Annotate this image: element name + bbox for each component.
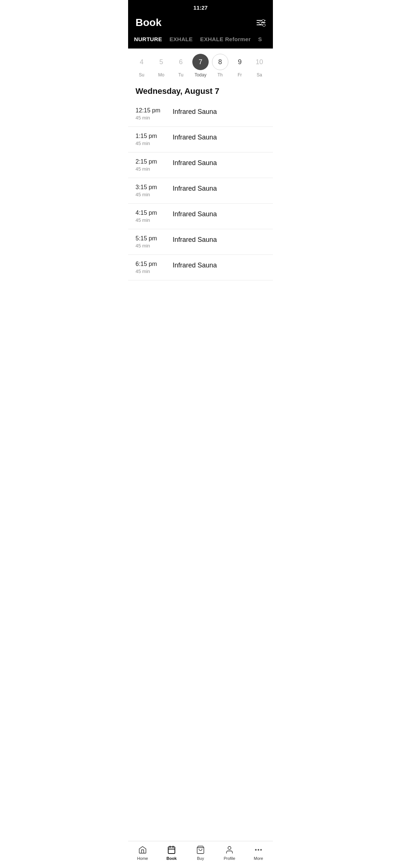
date-num-7: 7 [192,54,209,70]
date-num-5: 5 [153,54,169,70]
date-item-7[interactable]: 7 Today [192,54,209,78]
class-515: Infrared Sauna [173,235,217,244]
time-515: 5:15 pm [136,235,173,242]
schedule-list: 12:15 pm 45 min Infrared Sauna 1:15 pm 4… [128,101,273,280]
class-115: Infrared Sauna [173,133,217,141]
schedule-item-1215[interactable]: 12:15 pm 45 min Infrared Sauna [128,101,273,127]
date-picker: 4 Su 5 Mo 6 Tu 7 Today 8 Th 9 Fr 10 Sa [128,49,273,83]
status-bar: 11:27 [128,0,273,13]
date-item-4[interactable]: 4 Su [133,54,150,78]
date-day-7: Today [195,72,206,78]
date-item-9[interactable]: 9 Fr [232,54,248,78]
date-day-8: Th [218,72,223,78]
category-tab-studio[interactable]: S [258,34,262,44]
schedule-time-615: 6:15 pm 45 min [136,261,173,274]
schedule-item-415[interactable]: 4:15 pm 45 min Infrared Sauna [128,204,273,229]
class-315: Infrared Sauna [173,184,217,193]
schedule-item-215[interactable]: 2:15 pm 45 min Infrared Sauna [128,152,273,178]
bottom-spacer [128,280,273,314]
category-tab-exhale[interactable]: EXHALE [169,34,193,44]
header: Book [128,13,273,34]
date-day-9: Fr [238,72,242,78]
date-item-5[interactable]: 5 Mo [153,54,169,78]
category-tab-nurture[interactable]: NURTURE [134,34,162,44]
date-num-8: 8 [212,54,228,70]
date-num-6: 6 [173,54,189,70]
schedule-time-415: 4:15 pm 45 min [136,210,173,223]
schedule-item-115[interactable]: 1:15 pm 45 min Infrared Sauna [128,127,273,152]
filter-line-3 [257,24,265,25]
filter-line-1 [257,20,265,21]
time-415: 4:15 pm [136,210,173,216]
date-num-9: 9 [232,54,248,70]
filter-button[interactable] [257,20,265,25]
time-115: 1:15 pm [136,133,173,139]
class-415: Infrared Sauna [173,210,217,218]
class-615: Infrared Sauna [173,261,217,269]
category-tab-exhale-reformer[interactable]: EXHALE Reformer [200,34,251,44]
schedule-time-1215: 12:15 pm 45 min [136,107,173,121]
duration-1215: 45 min [136,115,173,121]
duration-115: 45 min [136,141,173,146]
schedule-time-215: 2:15 pm 45 min [136,158,173,172]
time-215: 2:15 pm [136,158,173,165]
duration-515: 45 min [136,243,173,249]
date-item-10[interactable]: 10 Sa [251,54,267,78]
schedule-item-515[interactable]: 5:15 pm 45 min Infrared Sauna [128,229,273,255]
date-num-4: 4 [133,54,150,70]
duration-615: 45 min [136,269,173,274]
date-item-6[interactable]: 6 Tu [173,54,189,78]
schedule-time-315: 3:15 pm 45 min [136,184,173,197]
date-day-5: Mo [158,72,164,78]
date-item-8[interactable]: 8 Th [212,54,228,78]
date-day-4: Su [139,72,144,78]
schedule-item-615[interactable]: 6:15 pm 45 min Infrared Sauna [128,255,273,280]
date-heading: Wednesday, August 7 [128,83,273,101]
class-215: Infrared Sauna [173,158,217,167]
status-time: 11:27 [193,4,208,11]
date-num-10: 10 [251,54,267,70]
class-1215: Infrared Sauna [173,107,217,116]
category-tabs: NURTURE EXHALE EXHALE Reformer S [128,34,273,48]
duration-215: 45 min [136,166,173,172]
time-315: 3:15 pm [136,184,173,191]
filter-line-2 [257,22,265,23]
schedule-time-115: 1:15 pm 45 min [136,133,173,146]
time-1215: 12:15 pm [136,107,173,114]
schedule-time-515: 5:15 pm 45 min [136,235,173,249]
date-day-10: Sa [257,72,262,78]
time-615: 6:15 pm [136,261,173,267]
duration-315: 45 min [136,192,173,197]
page-title: Book [136,17,162,29]
date-day-6: Tu [178,72,183,78]
schedule-item-315[interactable]: 3:15 pm 45 min Infrared Sauna [128,178,273,204]
duration-415: 45 min [136,217,173,223]
